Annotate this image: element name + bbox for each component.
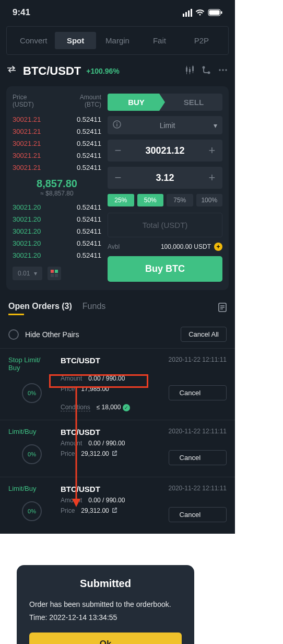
swap-icon[interactable] (7, 66, 18, 76)
orderbook-view-toggle[interactable] (48, 267, 61, 280)
ob-amount: 0.52411 (77, 116, 101, 123)
tick-size-select[interactable]: 0.01 ▾ (13, 267, 42, 280)
price-input[interactable]: − 30021.12 + (108, 140, 222, 162)
cancel-order-button[interactable]: Cancel (169, 507, 227, 522)
orderbook-row[interactable]: 30021.210.52411 (13, 162, 101, 174)
ob-amount: 0.52411 (77, 227, 101, 235)
buy-sell-toggle: BUY SELL (108, 94, 222, 111)
document-icon[interactable] (218, 303, 227, 314)
svg-rect-15 (55, 270, 58, 273)
svg-rect-14 (51, 270, 54, 273)
order-field: Price29,312.00 (61, 450, 163, 465)
cancel-order-button[interactable]: Cancel (169, 385, 227, 400)
order-timestamp: 2020-11-22 12:11:11 (169, 428, 227, 436)
pct-25[interactable]: 25% (108, 194, 134, 206)
svg-rect-4 (186, 66, 187, 74)
ob-amount: 0.52411 (77, 128, 101, 135)
minus-button[interactable]: − (113, 171, 123, 185)
order-type: Limit/Buy (8, 485, 55, 493)
wifi-icon (195, 9, 205, 16)
order-field-value: 29,312.00 (81, 450, 117, 465)
pct-100[interactable]: 100% (196, 194, 223, 206)
ob-price-header: Price (USDT) (13, 94, 34, 108)
sell-tab[interactable]: SELL (165, 94, 222, 111)
svg-rect-17 (55, 274, 58, 277)
order-type: Limit/Buy (8, 428, 55, 436)
orderbook-row[interactable]: 30021.200.52411 (13, 237, 101, 249)
amount-input[interactable]: − 3.12 + (108, 167, 222, 189)
order-timestamp: 2020-11-22 12:11:11 (169, 356, 227, 372)
hide-pairs-row: Hide Other Pairs Cancel All (0, 320, 235, 348)
signal-icon (183, 9, 192, 17)
order-field-label: Price (61, 450, 75, 465)
cancel-all-button[interactable]: Cancel All (181, 327, 227, 342)
svg-rect-16 (51, 274, 54, 277)
plus-button[interactable]: + (207, 171, 217, 185)
more-icon[interactable] (218, 65, 228, 77)
order-type: Stop Limit/ Buy (8, 356, 55, 372)
order-field-value: 0.00 / 990.00 (88, 375, 125, 382)
orderbook-row[interactable]: 30021.210.52411 (13, 113, 101, 125)
tab-p2p[interactable]: P2P (181, 32, 222, 49)
ob-amount: 0.52411 (77, 239, 101, 247)
ob-price: 30021.21 (13, 152, 41, 159)
minus-button[interactable]: − (113, 144, 123, 157)
check-icon: ✓ (123, 404, 130, 411)
order-pair: BTC/USDT (61, 428, 163, 436)
external-icon[interactable] (111, 451, 117, 458)
submit-order-button[interactable]: Buy BTC (108, 256, 222, 282)
pct-75[interactable]: 75% (167, 194, 193, 206)
trade-panel: Price (USDT) Amount (BTC) 30021.210.5241… (6, 86, 229, 290)
svg-point-19 (116, 122, 117, 123)
avbl-label: Avbl (108, 243, 120, 250)
pair-symbol[interactable]: BTC/USDT (23, 64, 81, 78)
svg-rect-20 (116, 124, 117, 126)
chevron-down-icon: ▾ (34, 270, 37, 277)
ob-amount: 0.52411 (77, 215, 101, 223)
order-field-value: 0.00 / 990.00 (88, 497, 125, 504)
orderbook-row[interactable]: 30021.210.52411 (13, 150, 101, 162)
orderbook-row[interactable]: 30021.210.52411 (13, 125, 101, 137)
route-icon[interactable] (202, 65, 211, 77)
tab-margin[interactable]: Margin (97, 32, 138, 49)
orderbook-row[interactable]: 30021.200.52411 (13, 201, 101, 213)
svg-rect-8 (193, 65, 193, 73)
tab-spot[interactable]: Spot (55, 32, 96, 49)
total-input[interactable]: Total (USDT) (108, 213, 222, 237)
order-progress: 0% (22, 501, 42, 521)
modal-ok-button[interactable]: Ok (29, 632, 182, 644)
modal-time: Time: 2022-12-14 13:34:55 (29, 612, 182, 623)
order-type-value: Limit (121, 121, 214, 130)
orderbook-row[interactable]: 30021.200.52411 (13, 249, 101, 261)
svg-point-9 (203, 66, 205, 69)
external-icon[interactable] (111, 508, 117, 515)
order-type-select[interactable]: Limit ▾ (108, 116, 222, 134)
add-funds-icon[interactable]: + (214, 243, 222, 251)
ob-amount: 0.52411 (77, 251, 101, 259)
submitted-modal: Submitted Order has been submitted to th… (17, 565, 194, 644)
tab-funds[interactable]: Funds (82, 302, 105, 315)
plus-button[interactable]: + (207, 144, 217, 157)
cancel-order-button[interactable]: Cancel (169, 450, 227, 465)
ob-amount: 0.52411 (77, 164, 101, 171)
ob-amount-header: Amount (BTC) (80, 94, 101, 108)
hide-pairs-radio[interactable] (8, 329, 19, 340)
order-field-value: 0.00 / 990.00 (88, 440, 125, 447)
ob-price: 30021.21 (13, 128, 41, 135)
orderbook-row[interactable]: 30021.200.52411 (13, 213, 101, 225)
buy-tab[interactable]: BUY (108, 94, 165, 111)
tab-fait[interactable]: Fait (139, 32, 180, 49)
order-field: Conditions≤ 18,000✓ (61, 404, 163, 411)
tab-convert[interactable]: Convert (13, 32, 54, 49)
ob-price: 30021.20 (13, 251, 41, 259)
candles-icon[interactable] (185, 65, 194, 77)
orders-tabs: Open Orders (3) Funds (0, 293, 235, 320)
ob-price: 30021.20 (13, 203, 41, 211)
status-time: 9:41 (13, 7, 30, 18)
orderbook-row[interactable]: 30021.210.52411 (13, 137, 101, 150)
orderbook-row[interactable]: 30021.200.52411 (13, 225, 101, 237)
tab-open-orders[interactable]: Open Orders (3) (8, 302, 72, 315)
pct-50[interactable]: 50% (137, 194, 164, 206)
order-field-label: Amount (61, 375, 82, 382)
order-field: Amount0.00 / 990.00 (61, 440, 163, 447)
